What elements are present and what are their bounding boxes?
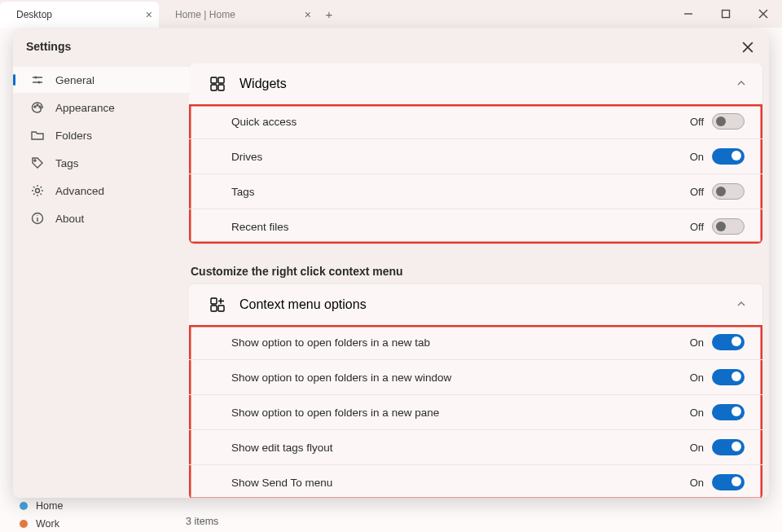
setting-open-new-window: Show option to open folders in a new win… <box>189 359 762 394</box>
svg-rect-21 <box>218 77 224 83</box>
toggle-open-new-window[interactable] <box>712 369 745 385</box>
nav-folders[interactable]: Folders <box>13 122 189 148</box>
apps-icon <box>210 297 225 312</box>
svg-point-13 <box>37 104 38 106</box>
setting-label: Show Send To menu <box>231 477 332 489</box>
folder-icon <box>31 129 44 142</box>
nav-general[interactable]: General <box>13 67 189 93</box>
toggle-tags[interactable] <box>712 183 745 200</box>
widgets-icon <box>210 77 225 91</box>
settings-content: Widgets Quick access Off Drives <box>189 64 769 498</box>
nav-advanced[interactable]: Advanced <box>13 178 189 204</box>
minimize-button[interactable] <box>670 0 707 28</box>
nav-label: Folders <box>55 130 92 142</box>
setting-quick-access: Quick access Off <box>189 104 762 138</box>
setting-recent-files: Recent files Off <box>189 209 762 244</box>
maximize-button[interactable] <box>707 0 745 28</box>
setting-label: Recent files <box>231 221 289 233</box>
tab-home[interactable]: Home | Home × <box>159 2 318 28</box>
svg-rect-3 <box>723 11 730 18</box>
nav-about[interactable]: About <box>13 205 189 231</box>
tab-desktop[interactable]: Desktop × <box>0 2 159 28</box>
svg-point-14 <box>39 106 41 108</box>
toggle-recent-files[interactable] <box>712 218 745 235</box>
toggle-quick-access[interactable] <box>712 113 745 130</box>
setting-drives: Drives On <box>189 138 762 174</box>
toggle-send-to-menu[interactable] <box>712 474 745 490</box>
setting-edit-tags-flyout: Show edit tags flyout On <box>189 429 762 464</box>
svg-point-16 <box>36 189 40 193</box>
nav-label: Appearance <box>55 102 115 114</box>
svg-rect-22 <box>211 85 217 90</box>
window-controls <box>670 0 782 28</box>
toggle-drives[interactable] <box>712 148 745 165</box>
section-title: Context menu options <box>239 297 367 312</box>
dialog-close-button[interactable] <box>736 36 759 59</box>
setting-tags: Tags Off <box>189 174 762 209</box>
setting-label: Quick access <box>231 116 297 128</box>
setting-label: Tags <box>231 186 255 198</box>
gear-icon <box>31 184 44 197</box>
tag-icon <box>31 156 44 169</box>
setting-label: Show option to open folders in a new win… <box>231 372 451 384</box>
toggle-edit-tags-flyout[interactable] <box>712 439 745 455</box>
section-title: Widgets <box>239 77 287 91</box>
context-menu-heading: Customize the right click context menu <box>189 252 762 284</box>
info-icon <box>31 212 44 225</box>
highlighted-widgets-rows: Quick access Off Drives On <box>189 104 762 244</box>
chevron-up-icon <box>736 297 746 312</box>
svg-rect-26 <box>211 306 217 311</box>
tab-close-icon[interactable]: × <box>305 8 311 21</box>
tab-label: Home | Home <box>175 9 235 20</box>
settings-nav: General Appearance Folders Tags Advanced… <box>13 64 189 498</box>
dialog-header: Settings <box>13 29 769 64</box>
status-bar: 3 items <box>186 516 218 527</box>
setting-label: Drives <box>231 151 262 163</box>
setting-open-new-pane: Show option to open folders in a new pan… <box>189 394 762 429</box>
svg-point-19 <box>37 215 37 216</box>
svg-point-15 <box>34 160 36 161</box>
svg-point-11 <box>38 81 41 84</box>
svg-rect-24 <box>211 298 217 304</box>
nav-label: Advanced <box>55 185 104 197</box>
svg-point-12 <box>34 106 36 108</box>
setting-label: Show edit tags flyout <box>231 442 333 454</box>
context-menu-header[interactable]: Context menu options <box>189 284 762 325</box>
background-nav: Home Work <box>0 497 82 532</box>
setting-label: Show option to open folders in a new pan… <box>231 407 439 419</box>
widgets-header[interactable]: Widgets <box>189 64 762 104</box>
svg-rect-25 <box>218 306 224 311</box>
tab-close-icon[interactable]: × <box>146 8 152 21</box>
nav-appearance[interactable]: Appearance <box>13 95 189 121</box>
settings-dialog: Settings General Appearance Folders Tags <box>13 29 769 498</box>
setting-send-to-menu: Show Send To menu On <box>189 464 762 498</box>
close-button[interactable] <box>745 0 782 28</box>
context-menu-card: Context menu options Show option to open… <box>189 284 762 498</box>
sliders-icon <box>31 73 44 86</box>
palette-icon <box>31 101 44 114</box>
nav-tags[interactable]: Tags <box>13 150 189 176</box>
chevron-up-icon <box>736 77 746 91</box>
dialog-title: Settings <box>26 40 71 53</box>
setting-label: Show option to open folders in a new tab <box>231 336 430 349</box>
nav-label: Tags <box>55 157 79 169</box>
toggle-open-new-pane[interactable] <box>712 404 745 420</box>
svg-rect-20 <box>211 77 217 83</box>
nav-label: General <box>55 74 94 86</box>
setting-open-new-tab: Show option to open folders in a new tab… <box>189 325 762 359</box>
tab-label: Desktop <box>16 9 52 20</box>
title-bar: Desktop × Home | Home × + <box>0 0 782 28</box>
svg-point-9 <box>35 77 37 79</box>
new-tab-button[interactable]: + <box>318 0 340 28</box>
widgets-card: Widgets Quick access Off Drives <box>189 64 762 244</box>
nav-label: About <box>55 213 84 225</box>
toggle-open-new-tab[interactable] <box>712 334 745 350</box>
svg-rect-23 <box>218 85 224 90</box>
highlighted-context-rows: Show option to open folders in a new tab… <box>189 325 762 498</box>
